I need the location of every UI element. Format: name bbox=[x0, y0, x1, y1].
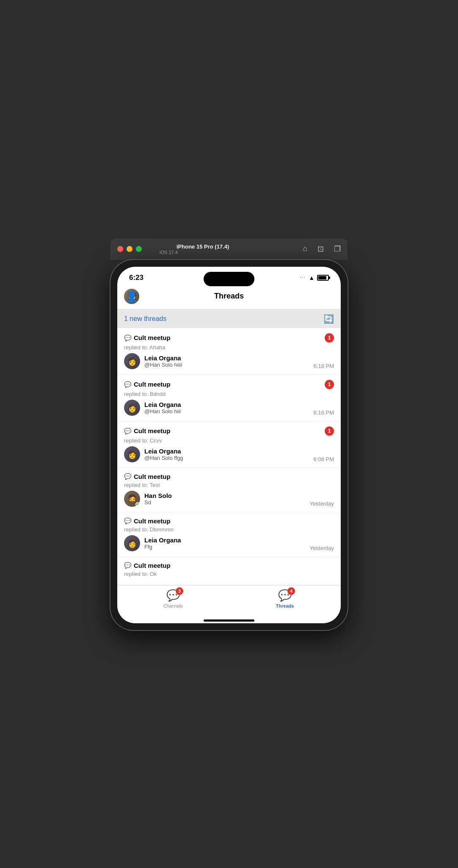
thread-message: 👩 Leia Organa @Han Solo hiiii 6:18 PM bbox=[124, 353, 334, 369]
message-time: Yesterday bbox=[310, 545, 334, 551]
minimize-button[interactable] bbox=[127, 246, 132, 252]
new-threads-banner[interactable]: 1 new threads 🔄 bbox=[117, 310, 341, 328]
thread-message: 👩 Leia Organa Ffg Yesterday bbox=[124, 535, 334, 551]
refresh-icon[interactable]: 🔄 bbox=[323, 314, 334, 324]
unread-badge: 1 bbox=[325, 426, 334, 436]
thread-channel-icon: 💬 bbox=[124, 381, 131, 388]
thread-title-row: 💬 Cult meetup bbox=[124, 334, 171, 341]
status-icons: ··· ▲ bbox=[300, 274, 329, 281]
thread-item[interactable]: 💬 Cult meetup replied to: Test 🧔 Han Sol… bbox=[117, 468, 341, 512]
sender-avatar: 👩 bbox=[124, 400, 140, 416]
thread-reply-label: replied to: Ccvv bbox=[124, 437, 334, 444]
thread-header: 💬 Cult meetup 1 bbox=[124, 333, 334, 343]
message-content: Leia Organa @Han Solo hiii bbox=[144, 401, 309, 415]
thread-reply-label: replied to: Bdndd bbox=[124, 391, 334, 397]
traffic-lights bbox=[117, 246, 142, 252]
sender-avatar: 👩 bbox=[124, 446, 140, 462]
message-content: Han Solo Sd bbox=[144, 492, 306, 506]
thread-item[interactable]: 💬 Cult meetup 1 replied to: Bdndd 👩 Leia… bbox=[117, 375, 341, 421]
page-title: Threads bbox=[139, 292, 319, 301]
thread-header: 💬 Cult meetup bbox=[124, 562, 334, 569]
tab-channels[interactable]: 💬 3 Channels bbox=[117, 589, 229, 608]
online-indicator bbox=[135, 502, 140, 506]
thread-item[interactable]: 💬 Cult meetup 1 replied to: Ahaha 👩 Leia… bbox=[117, 328, 341, 375]
user-avatar[interactable]: 🧔 bbox=[124, 289, 139, 304]
sender-name: Han Solo bbox=[144, 492, 306, 499]
thread-message: 👩 Leia Organa @Han Solo hiii 6:16 PM bbox=[124, 400, 334, 416]
message-text: @Han Solo ffgg bbox=[144, 455, 309, 461]
thread-header: 💬 Cult meetup 1 bbox=[124, 380, 334, 389]
thread-channel-name: Cult meetup bbox=[134, 427, 171, 434]
message-time: Yesterday bbox=[310, 500, 334, 507]
sender-name: Leia Organa bbox=[144, 536, 306, 544]
thread-title-row: 💬 Cult meetup bbox=[124, 427, 171, 434]
sender-avatar: 🧔 bbox=[124, 491, 140, 507]
tab-threads[interactable]: 💬 4 Threads bbox=[229, 589, 341, 608]
thread-reply-label: replied to: Ahaha bbox=[124, 344, 334, 351]
sender-avatar: 👩 bbox=[124, 353, 140, 369]
app-header: 🧔 Threads bbox=[117, 285, 341, 310]
device-name: iPhone 15 Pro (17.4) bbox=[177, 243, 229, 250]
thread-message: 🧔 Han Solo Sd Yesterday bbox=[124, 491, 334, 507]
thread-channel-name: Cult meetup bbox=[134, 334, 171, 341]
thread-channel-icon: 💬 bbox=[124, 517, 131, 524]
threads-label: Threads bbox=[276, 603, 294, 608]
channels-label: Channels bbox=[163, 603, 183, 608]
copy-icon[interactable]: ❐ bbox=[334, 244, 341, 254]
thread-channel-icon: 💬 bbox=[124, 562, 131, 569]
home-icon[interactable]: ⌂ bbox=[303, 244, 307, 254]
thread-reply-label: replied to: Test bbox=[124, 482, 334, 488]
thread-channel-name: Cult meetup bbox=[134, 381, 171, 388]
thread-title-row: 💬 Cult meetup bbox=[124, 562, 171, 569]
new-threads-text: 1 new threads bbox=[124, 315, 323, 323]
message-time: 6:16 PM bbox=[314, 409, 334, 416]
phone-screen: 6:23 ··· ▲ 🧔 Threads bbox=[117, 267, 341, 623]
message-text: @Han Solo hiiii bbox=[144, 362, 309, 368]
thread-item[interactable]: 💬 Cult meetup replied to: Dbmmmn 👩 Leia … bbox=[117, 512, 341, 557]
tab-bar: 💬 3 Channels 💬 4 Threads bbox=[117, 585, 341, 617]
message-text: @Han Solo hiii bbox=[144, 408, 309, 415]
sender-name: Leia Organa bbox=[144, 354, 309, 362]
message-text: Sd bbox=[144, 499, 306, 506]
thread-title-row: 💬 Cult meetup bbox=[124, 381, 171, 388]
thread-channel-name: Cult meetup bbox=[134, 562, 171, 569]
camera-icon[interactable]: ⊡ bbox=[317, 244, 324, 254]
thread-channel-name: Cult meetup bbox=[134, 473, 171, 480]
thread-channel-icon: 💬 bbox=[124, 473, 131, 480]
dynamic-island bbox=[204, 272, 254, 286]
battery-icon bbox=[317, 275, 329, 281]
home-indicator bbox=[117, 617, 341, 623]
sender-avatar: 👩 bbox=[124, 535, 140, 551]
thread-channel-name: Cult meetup bbox=[134, 517, 171, 525]
mac-titlebar: iPhone 15 Pro (17.4) iOS 17.4 ⌂ ⊡ ❐ bbox=[110, 238, 348, 260]
thread-title-row: 💬 Cult meetup bbox=[124, 517, 171, 525]
message-content: Leia Organa @Han Solo ffgg bbox=[144, 448, 309, 461]
titlebar-actions: ⌂ ⊡ ❐ bbox=[303, 244, 341, 254]
thread-channel-icon: 💬 bbox=[124, 428, 131, 434]
sender-name: Leia Organa bbox=[144, 448, 309, 455]
thread-title-row: 💬 Cult meetup bbox=[124, 473, 171, 480]
home-bar bbox=[204, 619, 254, 622]
sender-name: Leia Organa bbox=[144, 401, 309, 408]
phone-outer: 6:23 ··· ▲ 🧔 Threads bbox=[110, 260, 348, 630]
message-content: Leia Organa @Han Solo hiiii bbox=[144, 354, 309, 368]
thread-header: 💬 Cult meetup 1 bbox=[124, 426, 334, 436]
thread-message: 👩 Leia Organa @Han Solo ffgg 6:08 PM bbox=[124, 446, 334, 462]
thread-item[interactable]: 💬 Cult meetup replied to: Ok bbox=[117, 557, 341, 585]
threads-badge: 4 bbox=[287, 587, 295, 595]
channels-badge: 3 bbox=[176, 587, 183, 595]
thread-item[interactable]: 💬 Cult meetup 1 replied to: Ccvv 👩 Leia … bbox=[117, 421, 341, 468]
unread-badge: 1 bbox=[325, 333, 334, 343]
thread-channel-icon: 💬 bbox=[124, 334, 131, 341]
message-time: 6:18 PM bbox=[314, 363, 334, 369]
message-content: Leia Organa Ffg bbox=[144, 536, 306, 550]
close-button[interactable] bbox=[117, 246, 123, 252]
status-time: 6:23 bbox=[129, 274, 143, 282]
maximize-button[interactable] bbox=[136, 246, 142, 252]
message-text: Ffg bbox=[144, 544, 306, 550]
device-wrapper: iPhone 15 Pro (17.4) iOS 17.4 ⌂ ⊡ ❐ 6:23… bbox=[110, 238, 348, 630]
wifi-icon: ▲ bbox=[309, 274, 315, 281]
status-bar: 6:23 ··· ▲ bbox=[117, 267, 341, 285]
message-time: 6:08 PM bbox=[314, 456, 334, 462]
thread-reply-label: replied to: Dbmmmn bbox=[124, 526, 334, 533]
